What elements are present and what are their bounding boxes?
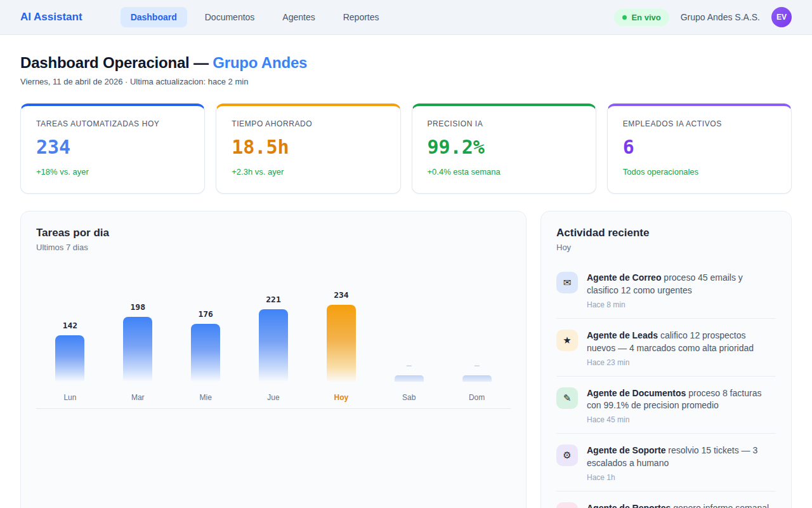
bar[interactable] (123, 317, 152, 382)
tab-documentos[interactable]: Documentos (195, 7, 265, 27)
stat-label: EMPLEADOS IA ACTIVOS (623, 119, 776, 128)
star-icon: ★ (556, 330, 578, 351)
stat-cards-row: TAREAS AUTOMATIZADAS HOY 234 +18% vs. ay… (20, 104, 792, 194)
page-title: Dashboard Operacional — Grupo Andes (20, 54, 792, 72)
agent-icon-glyph: ✉ (563, 277, 572, 288)
stat-value: 6 (623, 136, 776, 158)
activity-text: Agente de Reportes genero informe semana… (587, 502, 776, 508)
bar-column: 142 (36, 321, 104, 382)
activity-content: Agente de Leads califico 12 prospectos n… (587, 330, 776, 367)
activity-subtitle: Hoy (556, 243, 776, 252)
bar-column: – (375, 361, 443, 382)
agent-name: Agente de Correo (587, 272, 661, 283)
chart-day-labels: Lun Mar Mie Jue Hoy Sab Dom (36, 393, 511, 409)
agent-icon-glyph: ★ (563, 335, 571, 346)
activity-text: Agente de Leads califico 12 prospectos n… (587, 330, 776, 355)
tasks-chart-card: Tareas por dia Ultimos 7 dias 142 198 17… (20, 211, 527, 508)
stat-card: EMPLEADOS IA ACTIVOS 6 Todos operacional… (607, 104, 792, 194)
bar-value-label: 234 (334, 290, 348, 300)
page-subtitle: Viernes, 11 de abril de 2026 · Ultima ac… (20, 77, 792, 86)
bar-day-label: Mie (172, 393, 240, 402)
company-name: Grupo Andes S.A.S. (681, 12, 760, 22)
tab-dashboard[interactable]: Dashboard (121, 7, 187, 27)
bar-value-label: 198 (131, 302, 145, 312)
gear-icon: ⚙ (556, 444, 578, 466)
agent-icon-glyph: ✎ (563, 392, 572, 404)
bar-value-label: 142 (63, 321, 77, 330)
agent-name: Agente de Soporte (587, 445, 665, 455)
stat-delta: +18% vs. ayer (36, 167, 189, 177)
bar-column: 176 (172, 309, 240, 382)
bar[interactable] (191, 324, 220, 382)
bar-day-label: Sab (375, 393, 443, 402)
stat-value: 234 (36, 136, 189, 158)
envelope-icon: ✉ (556, 272, 578, 293)
stat-card: TIEMPO AHORRADO 18.5h +2.3h vs. ayer (216, 104, 400, 194)
header-right: En vivo Grupo Andes S.A.S. EV (614, 7, 792, 27)
tab-reportes[interactable]: Reportes (333, 7, 390, 27)
activity-timestamp: Hace 8 min (587, 300, 776, 309)
chart-title: Tareas por dia (36, 227, 511, 239)
stat-card: PRECISION IA 99.2% +0.4% esta semana (412, 104, 596, 194)
activity-item: ≡ Agente de Reportes genero informe sema… (556, 491, 776, 508)
activity-content: Agente de Correo proceso 45 emails y cla… (587, 272, 776, 309)
bar[interactable] (55, 335, 84, 382)
page-title-prefix: Dashboard Operacional — (20, 54, 213, 71)
stat-delta: +0.4% esta semana (428, 167, 580, 177)
stat-delta: Todos operacionales (623, 167, 776, 177)
app-logo: AI Assistant (20, 11, 82, 23)
activity-content: Agente de Reportes genero informe semana… (587, 502, 776, 508)
bar-column: – (443, 361, 511, 382)
bar[interactable] (327, 305, 356, 382)
bar-day-label: Jue (240, 393, 308, 402)
main-nav: Dashboard Documentos Agentes Reportes (121, 7, 390, 27)
stat-label: TIEMPO AHORRADO (232, 119, 384, 128)
activity-title: Actividad reciente (556, 227, 776, 239)
bar[interactable] (462, 375, 492, 382)
activity-text: Agente de Soporte resolvio 15 tickets — … (587, 444, 776, 470)
bar-value-label: 221 (266, 295, 280, 304)
agent-name: Agente de Documentos (587, 388, 686, 398)
activity-list: ✉ Agente de Correo proceso 45 emails y c… (556, 261, 776, 508)
bar-day-label: Lun (36, 393, 104, 402)
live-status-badge: En vivo (614, 9, 669, 26)
stat-label: TAREAS AUTOMATIZADAS HOY (36, 119, 189, 128)
list-icon: ≡ (556, 502, 578, 508)
bar-day-label: Dom (443, 393, 511, 402)
bar-value-label: – (407, 361, 412, 370)
agent-name: Agente de Reportes (587, 503, 671, 508)
bar[interactable] (259, 309, 288, 382)
activity-item: ✎ Agente de Documentos proceso 8 factura… (556, 377, 776, 434)
stat-label: PRECISION IA (428, 119, 580, 128)
activity-text: Agente de Documentos proceso 8 facturas … (587, 387, 776, 413)
activity-item: ⚙ Agente de Soporte resolvio 15 tickets … (556, 434, 776, 491)
activity-item: ★ Agente de Leads califico 12 prospectos… (556, 319, 776, 377)
stat-card: TAREAS AUTOMATIZADAS HOY 234 +18% vs. ay… (20, 104, 205, 194)
agent-icon-glyph: ⚙ (563, 450, 571, 461)
bar-column: 221 (240, 295, 308, 382)
bar-value-label: 176 (198, 309, 213, 319)
agent-name: Agente de Leads (587, 330, 658, 340)
bar-day-label: Mar (104, 393, 172, 402)
activity-content: Agente de Documentos proceso 8 facturas … (587, 387, 776, 425)
bar-value-label: – (475, 361, 480, 370)
bar-day-label: Hoy (307, 393, 375, 402)
bar[interactable] (395, 375, 424, 382)
bar-column: 234 (307, 290, 375, 382)
bar-column: 198 (104, 302, 172, 382)
stat-delta: +2.3h vs. ayer (232, 167, 384, 177)
tab-agentes[interactable]: Agentes (272, 7, 325, 27)
bar-chart: 142 198 176 221 234 – – (36, 279, 511, 382)
activity-content: Agente de Soporte resolvio 15 tickets — … (587, 444, 776, 482)
activity-text: Agente de Correo proceso 45 emails y cla… (587, 272, 776, 297)
content-row: Tareas por dia Ultimos 7 dias 142 198 17… (20, 211, 792, 508)
page-title-highlight: Grupo Andes (213, 54, 307, 71)
avatar[interactable]: EV (771, 7, 792, 27)
live-dot-icon (622, 15, 627, 20)
activity-card: Actividad reciente Hoy ✉ Agente de Corre… (540, 211, 792, 508)
activity-timestamp: Hace 1h (587, 473, 776, 482)
pencil-icon: ✎ (556, 387, 578, 409)
main-content: Dashboard Operacional — Grupo Andes Vier… (0, 35, 812, 508)
top-nav-bar: AI Assistant Dashboard Documentos Agente… (0, 0, 812, 35)
stat-value: 99.2% (428, 136, 580, 158)
